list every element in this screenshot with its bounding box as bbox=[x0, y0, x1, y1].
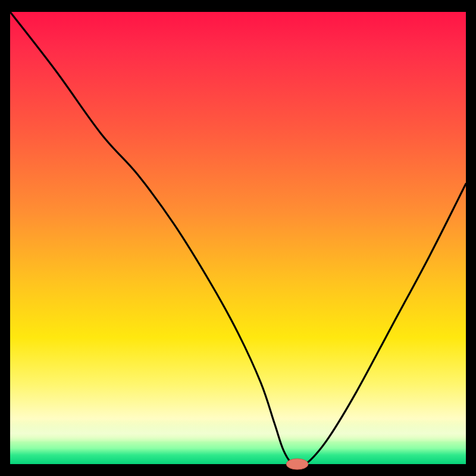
svg-rect-1 bbox=[466, 0, 476, 476]
svg-rect-0 bbox=[0, 0, 10, 476]
chart-frame: TheBottleneck.com bbox=[0, 0, 476, 476]
svg-rect-3 bbox=[0, 464, 476, 476]
gradient-background bbox=[10, 12, 466, 464]
watermark-text: TheBottleneck.com bbox=[371, 1, 470, 14]
